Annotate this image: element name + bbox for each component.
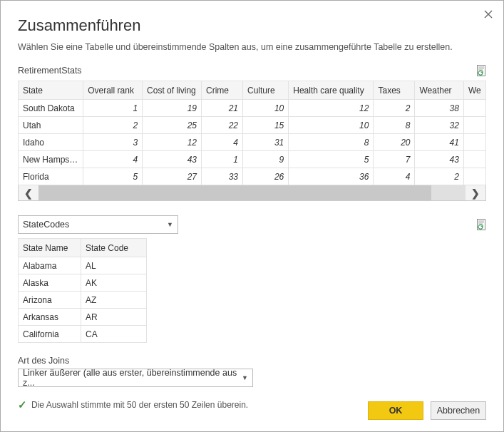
table-row[interactable]: Utah225221510832 bbox=[19, 117, 486, 134]
cell-state-name[interactable]: California bbox=[19, 326, 81, 343]
cell-state-name[interactable]: Arkansas bbox=[19, 309, 81, 326]
dialog-buttons: OK Abbrechen bbox=[368, 401, 486, 420]
cell-value[interactable]: 41 bbox=[415, 134, 463, 151]
secondary-table-dropdown[interactable]: StateCodes ▼ bbox=[18, 215, 178, 234]
cell-value[interactable]: 32 bbox=[415, 117, 463, 134]
cell-value[interactable]: 33 bbox=[202, 168, 243, 185]
cell-value[interactable]: 15 bbox=[243, 117, 289, 134]
col-taxes[interactable]: Taxes bbox=[374, 81, 415, 100]
cell-value[interactable] bbox=[463, 100, 485, 117]
cell-value[interactable]: 26 bbox=[243, 168, 289, 185]
cell-value[interactable]: 7 bbox=[374, 151, 415, 168]
match-status-text: Die Auswahl stimmte mit 50 der ersten 50… bbox=[31, 400, 248, 410]
scroll-right-button[interactable]: ❯ bbox=[466, 185, 485, 200]
cell-value[interactable] bbox=[463, 151, 485, 168]
cell-value[interactable]: 9 bbox=[243, 151, 289, 168]
cell-value[interactable]: 4 bbox=[83, 151, 143, 168]
secondary-table[interactable]: State Name State Code AlabamaALAlaskaAKA… bbox=[18, 238, 147, 343]
scroll-track[interactable] bbox=[38, 185, 466, 200]
cell-state-code[interactable]: AR bbox=[81, 309, 147, 326]
refresh-preview-icon[interactable] bbox=[476, 65, 486, 76]
cell-value[interactable]: 22 bbox=[202, 117, 243, 134]
cell-value[interactable]: 43 bbox=[143, 151, 202, 168]
cell-value[interactable]: 27 bbox=[143, 168, 202, 185]
cancel-button[interactable]: Abbrechen bbox=[431, 401, 486, 420]
close-button[interactable] bbox=[480, 6, 496, 22]
cell-value[interactable]: 1 bbox=[202, 151, 243, 168]
join-kind-selected: Linker äußerer (alle aus erster, überein… bbox=[23, 368, 242, 388]
cell-value[interactable]: 2 bbox=[415, 168, 463, 185]
cell-value[interactable]: 2 bbox=[83, 117, 143, 134]
cell-value[interactable]: 4 bbox=[374, 168, 415, 185]
cell-value[interactable]: 5 bbox=[289, 151, 374, 168]
cell-state-name[interactable]: Alabama bbox=[19, 257, 81, 274]
cell-value[interactable] bbox=[463, 117, 485, 134]
refresh-preview-icon-2[interactable] bbox=[476, 219, 486, 230]
cell-value[interactable]: 8 bbox=[374, 117, 415, 134]
cell-state[interactable]: Idaho bbox=[19, 134, 83, 151]
cell-value[interactable]: 12 bbox=[143, 134, 202, 151]
scroll-thumb[interactable] bbox=[38, 185, 431, 200]
chevron-down-icon: ▼ bbox=[167, 221, 173, 228]
ok-button[interactable]: OK bbox=[368, 401, 423, 420]
primary-table-hscrollbar[interactable]: ❮ ❯ bbox=[18, 185, 486, 201]
cell-state[interactable]: New Hampshire bbox=[19, 151, 83, 168]
table-row[interactable]: Florida52733263642 bbox=[19, 168, 486, 185]
dialog-subtitle: Wählen Sie eine Tabelle und übereinstimm… bbox=[18, 42, 486, 52]
cell-state-code[interactable]: CA bbox=[81, 326, 147, 343]
col-weather[interactable]: Weather bbox=[415, 81, 463, 100]
table-row[interactable]: ArkansasAR bbox=[19, 309, 147, 326]
col-overall-rank[interactable]: Overall rank bbox=[83, 81, 143, 100]
table-row[interactable]: AlaskaAK bbox=[19, 274, 147, 292]
cell-value[interactable] bbox=[463, 168, 485, 185]
cell-state-name[interactable]: Alaska bbox=[19, 274, 81, 292]
table-row[interactable]: CaliforniaCA bbox=[19, 326, 147, 343]
cell-state[interactable]: South Dakota bbox=[19, 100, 83, 117]
col-state-name[interactable]: State Name bbox=[19, 239, 81, 257]
table-row[interactable]: ArizonaAZ bbox=[19, 292, 147, 309]
cell-value[interactable]: 31 bbox=[243, 134, 289, 151]
table-row[interactable]: South Dakota119211012238 bbox=[19, 100, 486, 117]
cell-value[interactable]: 43 bbox=[415, 151, 463, 168]
cell-value[interactable]: 2 bbox=[374, 100, 415, 117]
cell-value[interactable]: 21 bbox=[202, 100, 243, 117]
dialog-title: Zusammenführen bbox=[18, 16, 486, 35]
cell-value[interactable]: 36 bbox=[289, 168, 374, 185]
col-cost-of-living[interactable]: Cost of living bbox=[143, 81, 202, 100]
cell-value[interactable]: 25 bbox=[143, 117, 202, 134]
cell-value[interactable]: 5 bbox=[83, 168, 143, 185]
scroll-left-button[interactable]: ❮ bbox=[19, 185, 38, 200]
join-kind-label: Art des Joins bbox=[18, 356, 486, 366]
cell-state-code[interactable]: AL bbox=[81, 257, 147, 274]
cell-value[interactable]: 20 bbox=[374, 134, 415, 151]
col-crime[interactable]: Crime bbox=[202, 81, 243, 100]
table-row[interactable]: Idaho31243182041 bbox=[19, 134, 486, 151]
cell-value[interactable]: 19 bbox=[143, 100, 202, 117]
col-state-code[interactable]: State Code bbox=[81, 239, 147, 257]
cell-state-code[interactable]: AK bbox=[81, 274, 147, 292]
cell-value[interactable]: 1 bbox=[83, 100, 143, 117]
cell-value[interactable]: 8 bbox=[289, 134, 374, 151]
merge-dialog: Zusammenführen Wählen Sie eine Tabelle u… bbox=[0, 0, 504, 432]
cell-value[interactable]: 38 bbox=[415, 100, 463, 117]
cell-state[interactable]: Florida bbox=[19, 168, 83, 185]
primary-table-name: RetirementStats bbox=[18, 66, 82, 76]
cell-value[interactable]: 12 bbox=[289, 100, 374, 117]
cell-value[interactable] bbox=[463, 134, 485, 151]
primary-table[interactable]: State Overall rank Cost of living Crime … bbox=[18, 81, 486, 185]
col-state[interactable]: State bbox=[19, 81, 83, 100]
col-weather-truncated[interactable]: We bbox=[463, 81, 485, 100]
cell-value[interactable]: 10 bbox=[289, 117, 374, 134]
cell-value[interactable]: 3 bbox=[83, 134, 143, 151]
cell-value[interactable]: 10 bbox=[243, 100, 289, 117]
cell-state-name[interactable]: Arizona bbox=[19, 292, 81, 309]
table-row[interactable]: New Hampshire443195743 bbox=[19, 151, 486, 168]
check-icon: ✓ bbox=[18, 398, 27, 411]
col-health-care-quality[interactable]: Health care quality bbox=[289, 81, 374, 100]
join-kind-dropdown[interactable]: Linker äußerer (alle aus erster, überein… bbox=[18, 369, 253, 387]
table-row[interactable]: AlabamaAL bbox=[19, 257, 147, 274]
cell-state[interactable]: Utah bbox=[19, 117, 83, 134]
cell-state-code[interactable]: AZ bbox=[81, 292, 147, 309]
col-culture[interactable]: Culture bbox=[243, 81, 289, 100]
cell-value[interactable]: 4 bbox=[202, 134, 243, 151]
